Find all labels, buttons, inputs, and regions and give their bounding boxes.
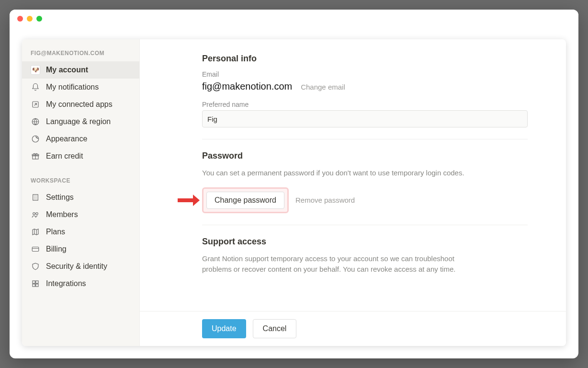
settings-main: Personal info Email fig@makenotion.com C… (140, 39, 566, 346)
preferred-name-input[interactable] (202, 110, 528, 127)
password-help: You can set a permanent password if you … (202, 168, 485, 179)
highlight-callout: Change password (202, 187, 289, 213)
sidebar-item-security[interactable]: Security & identity (22, 258, 139, 275)
divider (202, 225, 528, 225)
maximize-icon[interactable] (36, 16, 42, 22)
change-email-link[interactable]: Change email (301, 83, 345, 91)
arrow-up-right-square-icon (31, 100, 40, 109)
titlebar (10, 10, 578, 28)
sidebar-item-label: Language & region (46, 117, 111, 126)
building-icon (31, 193, 40, 202)
settings-sidebar: FIG@MAKENOTION.COM 🐶 My account My notif… (22, 39, 140, 346)
remove-password-link[interactable]: Remove password (295, 196, 355, 204)
sidebar-item-appearance[interactable]: Appearance (22, 130, 139, 148)
footer-actions: Update Cancel (140, 311, 566, 346)
svg-point-6 (33, 213, 35, 215)
map-icon (31, 227, 40, 237)
grid-icon (31, 279, 40, 288)
sidebar-item-label: My account (46, 66, 88, 74)
window-controls (17, 16, 42, 22)
sidebar-item-label: Earn credit (46, 152, 83, 161)
arrow-annotation-icon (177, 194, 200, 207)
svg-rect-11 (33, 284, 35, 287)
sidebar-item-label: Appearance (46, 135, 87, 143)
sidebar-item-plans[interactable]: Plans (22, 223, 139, 241)
support-access-heading: Support access (202, 237, 528, 247)
sidebar-item-my-account[interactable]: 🐶 My account (22, 61, 139, 79)
sidebar-item-notifications[interactable]: My notifications (22, 79, 139, 96)
svg-marker-14 (193, 195, 200, 206)
close-icon[interactable] (17, 16, 23, 22)
svg-rect-8 (32, 247, 39, 252)
support-access-help: Grant Notion support temporary access to… (202, 253, 485, 275)
update-button[interactable]: Update (202, 319, 246, 338)
svg-point-7 (36, 213, 38, 215)
sidebar-workspace-header: WORKSPACE (22, 175, 139, 189)
avatar-icon: 🐶 (31, 65, 40, 75)
preferred-name-label: Preferred name (202, 101, 528, 108)
sidebar-item-label: Plans (46, 228, 65, 236)
svg-point-2 (32, 136, 39, 142)
sidebar-item-settings[interactable]: Settings (22, 189, 139, 206)
sidebar-item-earn-credit[interactable]: Earn credit (22, 148, 139, 165)
sidebar-item-label: Integrations (46, 279, 86, 288)
sidebar-item-label: Members (46, 210, 78, 219)
sidebar-item-label: Billing (46, 245, 67, 253)
sidebar-item-integrations[interactable]: Integrations (22, 275, 139, 292)
svg-rect-9 (33, 281, 35, 283)
sidebar-item-label: My connected apps (46, 100, 113, 109)
app-window: FIG@MAKENOTION.COM 🐶 My account My notif… (10, 10, 578, 358)
divider (202, 139, 528, 139)
sidebar-item-label: Settings (46, 193, 74, 202)
bell-icon (31, 82, 40, 92)
email-value: fig@makenotion.com (202, 81, 292, 92)
globe-icon (31, 117, 40, 126)
svg-rect-12 (36, 284, 38, 287)
gift-icon (31, 151, 40, 161)
password-heading: Password (202, 151, 528, 161)
people-icon (31, 210, 40, 219)
personal-info-heading: Personal info (202, 54, 528, 64)
sidebar-item-members[interactable]: Members (22, 206, 139, 223)
sidebar-account-email: FIG@MAKENOTION.COM (22, 48, 139, 61)
cancel-button[interactable]: Cancel (253, 319, 297, 338)
sidebar-item-billing[interactable]: Billing (22, 241, 139, 258)
svg-rect-10 (36, 281, 38, 283)
change-password-button[interactable]: Change password (206, 192, 284, 209)
sidebar-item-connected-apps[interactable]: My connected apps (22, 96, 139, 113)
moon-icon (31, 134, 40, 144)
sidebar-item-label: Security & identity (46, 262, 107, 271)
svg-rect-5 (33, 195, 38, 200)
email-label: Email (202, 70, 528, 78)
shield-icon (31, 262, 40, 271)
credit-card-icon (31, 244, 40, 254)
sidebar-item-language-region[interactable]: Language & region (22, 113, 139, 130)
minimize-icon[interactable] (27, 16, 33, 22)
sidebar-item-label: My notifications (46, 83, 99, 92)
